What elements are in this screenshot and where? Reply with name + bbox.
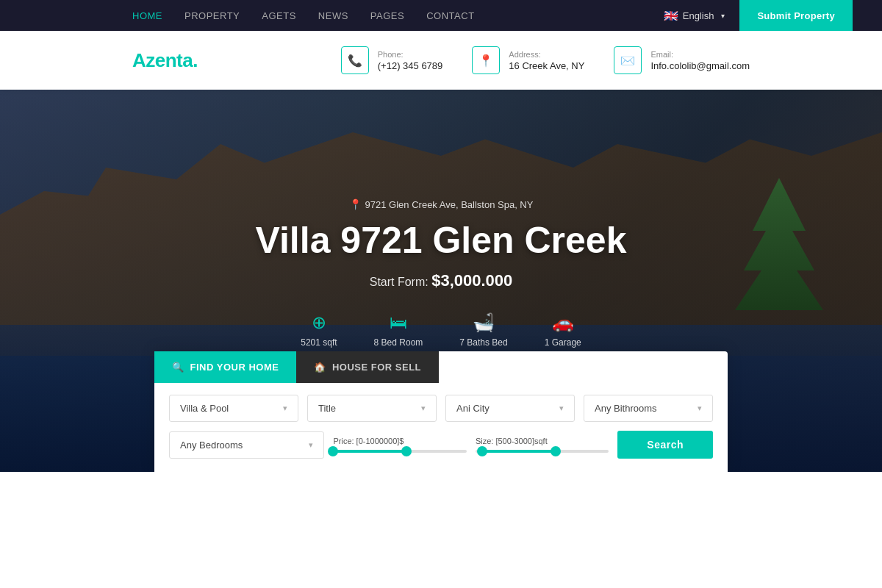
area-icon: ⊕ [312, 312, 326, 333]
hero-content: 📍 9721 Glen Creek Ave, Ballston Spa, NY … [184, 198, 698, 348]
price-range-track [333, 450, 466, 453]
hero-address-text: 9721 Glen Creek Ave, Ballston Spa, NY [365, 199, 534, 210]
size-range-label: Size: [500-3000]sqft [476, 437, 609, 445]
chevron-down-icon: ▾ [721, 12, 725, 20]
phone-contact: 📞 Phone: (+12) 345 6789 [341, 46, 443, 74]
type-select-value: Villa & Pool [180, 403, 229, 414]
search-form: Villa & Pool ▾ Title ▾ Ani City ▾ Any Bi… [154, 383, 728, 472]
phone-label: Phone: [378, 50, 443, 59]
hero-title: Villa 9721 Glen Creek [184, 220, 698, 261]
chevron-down-icon: ▾ [559, 404, 564, 413]
email-label: Email: [650, 50, 750, 59]
bedrooms-select-value: Any Bedrooms [180, 440, 243, 451]
feature-garage: 🚗 1 Garage [545, 312, 581, 348]
search-tabs: 🔍 FIND YOUR HOME 🏠 HOUSE FOR SELL [154, 351, 728, 383]
hero-section: 📍 9721 Glen Creek Ave, Ballston Spa, NY … [0, 90, 882, 472]
flag-icon: 🇬🇧 [664, 9, 678, 23]
garage-icon: 🚗 [552, 312, 574, 333]
price-range: Price: [0-1000000]$ [333, 437, 466, 453]
bed-label: 8 Bed Room [374, 337, 423, 348]
tab-find-label: FIND YOUR HOME [190, 362, 279, 373]
bathrooms-select-value: Any Bithrooms [595, 403, 657, 414]
email-value: Info.cololib@gmail.com [650, 60, 750, 71]
nav-property[interactable]: PROPERTY [184, 10, 240, 21]
feature-bath: 🛁 7 Baths Bed [459, 312, 507, 348]
nav-pages[interactable]: PAGES [370, 10, 404, 21]
bedrooms-select[interactable]: Any Bedrooms ▾ [169, 431, 324, 459]
size-range: Size: [500-3000]sqft [476, 437, 609, 453]
chevron-down-icon: ▾ [698, 404, 702, 413]
size-range-thumb-right[interactable] [551, 446, 561, 456]
type-select[interactable]: Villa & Pool ▾ [169, 395, 298, 422]
price-value: $3,000.000 [431, 271, 512, 290]
price-range-thumb-right[interactable] [401, 446, 412, 456]
phone-details: Phone: (+12) 345 6789 [378, 50, 443, 71]
size-range-thumb-left[interactable] [477, 446, 487, 456]
chevron-down-icon: ▾ [421, 404, 426, 413]
title-select[interactable]: Title ▾ [307, 395, 437, 422]
tab-find-home[interactable]: 🔍 FIND YOUR HOME [154, 351, 296, 383]
size-range-track [476, 450, 609, 453]
price-label: Start Form: [370, 276, 429, 288]
navbar: HOME PROPERTY AGETS NEWS PAGES CONTACT 🇬… [0, 0, 882, 31]
garage-label: 1 Garage [545, 337, 581, 348]
search-icon: 🔍 [172, 362, 184, 373]
location-pin-icon: 📍 [349, 198, 362, 210]
hero-features: ⊕ 5201 sqft 🛏 8 Bed Room 🛁 7 Baths Bed 🚗… [184, 312, 698, 348]
hero-address: 📍 9721 Glen Creek Ave, Ballston Spa, NY [184, 198, 698, 210]
phone-icon: 📞 [341, 46, 369, 74]
nav-right: 🇬🇧 English ▾ Submit Property [649, 0, 853, 31]
bathrooms-select[interactable]: Any Bithrooms ▾ [584, 395, 713, 422]
chevron-down-icon: ▾ [309, 440, 313, 450]
email-icon: ✉️ [614, 46, 642, 74]
nav-home[interactable]: HOME [132, 10, 162, 21]
feature-area: ⊕ 5201 sqft [301, 312, 337, 348]
price-range-thumb-left[interactable] [328, 446, 338, 456]
submit-property-button[interactable]: Submit Property [739, 0, 853, 31]
address-label: Address: [509, 50, 584, 59]
price-range-label: Price: [0-1000000]$ [333, 437, 466, 445]
area-label: 5201 sqft [301, 337, 337, 348]
address-contact: 📍 Address: 16 Creek Ave, NY [472, 46, 584, 74]
search-row-2: Any Bedrooms ▾ Price: [0-1000000]$ Size:… [169, 431, 713, 459]
bath-icon: 🛁 [473, 312, 495, 333]
feature-bed: 🛏 8 Bed Room [374, 312, 423, 348]
address-value: 16 Creek Ave, NY [509, 60, 584, 71]
city-select-value: Ani City [456, 403, 490, 414]
email-details: Email: Info.cololib@gmail.com [650, 50, 750, 71]
search-row-1: Villa & Pool ▾ Title ▾ Ani City ▾ Any Bi… [169, 395, 713, 422]
home-icon: 🏠 [314, 362, 326, 373]
logo: Azenta. [132, 49, 198, 72]
phone-value: (+12) 345 6789 [378, 60, 443, 71]
email-contact: ✉️ Email: Info.cololib@gmail.com [614, 46, 750, 74]
city-select[interactable]: Ani City ▾ [445, 395, 575, 422]
bed-icon: 🛏 [390, 312, 407, 333]
tab-house-sell[interactable]: 🏠 HOUSE FOR SELL [296, 351, 439, 383]
chevron-down-icon: ▾ [283, 404, 287, 413]
search-section: 🔍 FIND YOUR HOME 🏠 HOUSE FOR SELL Villa … [154, 351, 728, 472]
nav-news[interactable]: NEWS [318, 10, 348, 21]
nav-agents[interactable]: AGETS [262, 10, 296, 21]
hero-price: Start Form: $3,000.000 [184, 271, 698, 290]
title-select-value: Title [318, 403, 336, 414]
header-bar: Azenta. 📞 Phone: (+12) 345 6789 📍 Addres… [0, 31, 882, 90]
price-range-fill [333, 450, 406, 453]
tab-sell-label: HOUSE FOR SELL [332, 362, 421, 373]
language-label: English [683, 10, 714, 21]
address-icon: 📍 [472, 46, 500, 74]
address-details: Address: 16 Creek Ave, NY [509, 50, 584, 71]
nav-contact[interactable]: CONTACT [426, 10, 474, 21]
size-range-fill [482, 450, 556, 453]
nav-links: HOME PROPERTY AGETS NEWS PAGES CONTACT [132, 10, 475, 21]
contact-info: 📞 Phone: (+12) 345 6789 📍 Address: 16 Cr… [341, 46, 750, 74]
language-selector[interactable]: 🇬🇧 English ▾ [649, 0, 740, 31]
search-button[interactable]: Search [617, 431, 713, 459]
bath-label: 7 Baths Bed [459, 337, 507, 348]
